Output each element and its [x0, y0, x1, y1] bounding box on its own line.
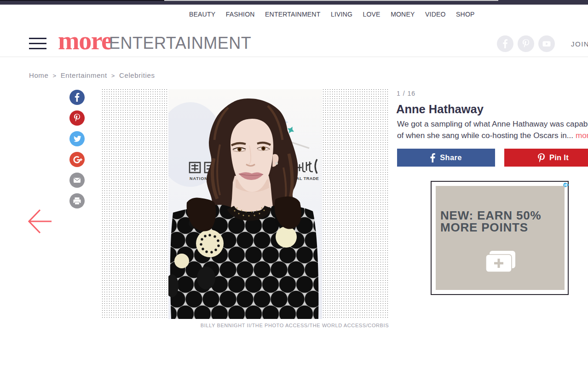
svg-text:AL TRADE: AL TRADE	[296, 176, 319, 181]
svg-text:NATION: NATION	[190, 176, 208, 181]
